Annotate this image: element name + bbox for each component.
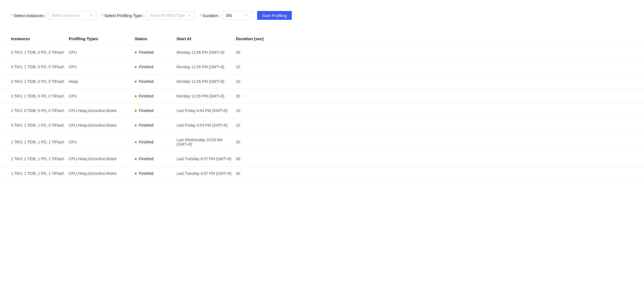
cell-status: Finished [135, 157, 177, 161]
table-row[interactable]: 0 TiKV, 1 TiDB, 1 PD, 0 TiFlashCPU,Heap,… [0, 118, 644, 133]
cell-instances: 0 TiKV, 1 TiDB, 0 PD, 0 TiFlash [11, 79, 69, 84]
cell-duration: 30 [236, 94, 269, 98]
header-instances: Instances [11, 36, 69, 41]
status-dot-icon [135, 95, 137, 97]
duration-field: *Duration : 30s [200, 11, 252, 20]
cell-profiling-types: Heap [69, 79, 135, 84]
start-profiling-button[interactable]: Start Profiling [257, 11, 292, 20]
header-status: Status [135, 36, 177, 41]
header-start-at: Start At [177, 36, 236, 41]
table-row[interactable]: 1 TiKV, 1 TiDB, 1 PD, 1 TiFlashCPU,Heap,… [0, 152, 644, 166]
status-dot-icon [135, 66, 137, 68]
table-row[interactable]: 0 TiKV, 1 TiDB, 0 PD, 0 TiFlashHeapFinis… [0, 74, 644, 89]
cell-profiling-types: CPU,Heap,Goroutine,Mutex [69, 108, 135, 113]
cell-duration: 30 [236, 50, 269, 54]
cell-profiling-types: CPU [69, 94, 135, 98]
cell-duration: 10 [236, 108, 269, 113]
cell-instances: 1 TiKV, 0 TiDB, 0 PD, 0 TiFlash [11, 108, 69, 113]
status-dot-icon [135, 141, 137, 143]
profiling-type-select[interactable]: Select Profiling Type [146, 11, 194, 20]
status-text: Finished [139, 79, 153, 84]
status-dot-icon [135, 173, 137, 174]
instances-select[interactable]: Select Instances [48, 11, 96, 20]
cell-duration: 30 [236, 140, 269, 144]
cell-instances: 1 TiKV, 1 TiDB, 1 PD, 1 TiFlash [11, 171, 69, 176]
status-dot-icon [135, 51, 137, 53]
status-dot-icon [135, 110, 137, 112]
cell-start-at: Last Wednesday 10:53 AM (GMT+8) [177, 138, 236, 146]
cell-start-at: Monday 11:05 PM (GMT+8) [177, 65, 236, 69]
cell-status: Finished [135, 50, 177, 54]
cell-status: Finished [135, 123, 177, 127]
chevron-down-icon [245, 14, 248, 17]
status-dot-icon [135, 158, 137, 160]
instances-placeholder: Select Instances [51, 13, 80, 18]
cell-instances: 0 TiKV, 1 TiDB, 0 PD, 0 TiFlash [11, 50, 69, 54]
profiling-type-placeholder: Select Profiling Type [150, 13, 185, 18]
cell-profiling-types: CPU [69, 65, 135, 69]
status-text: Finished [139, 140, 153, 144]
cell-start-at: Last Tuesday 6:07 PM (GMT+8) [177, 157, 236, 161]
table-body: 0 TiKV, 1 TiDB, 0 PD, 0 TiFlashCPUFinish… [0, 45, 644, 181]
status-text: Finished [139, 108, 153, 113]
cell-duration: 10 [236, 65, 269, 69]
cell-start-at: Last Friday 4:54 PM (GMT+8) [177, 108, 236, 113]
table-header: Instances Profiling Types Status Start A… [0, 36, 644, 45]
profiling-history-table: Instances Profiling Types Status Start A… [0, 36, 644, 181]
cell-profiling-types: CPU,Heap,Goroutine,Mutex [69, 171, 135, 176]
cell-instances: 1 TiKV, 1 TiDB, 1 PD, 1 TiFlash [11, 140, 69, 144]
table-row[interactable]: 1 TiKV, 0 TiDB, 0 PD, 0 TiFlashCPU,Heap,… [0, 103, 644, 118]
status-text: Finished [139, 94, 153, 98]
cell-duration: 30 [236, 157, 269, 161]
status-text: Finished [139, 50, 153, 54]
cell-status: Finished [135, 108, 177, 113]
header-profiling-types: Profiling Types [69, 36, 135, 41]
cell-instances: 0 TiKV, 1 TiDB, 0 PD, 0 TiFlash [11, 94, 69, 98]
instances-field: *Select instances : Select Instances [11, 11, 96, 20]
status-text: Finished [139, 157, 153, 161]
cell-start-at: Last Tuesday 4:57 PM (GMT+8) [177, 171, 236, 176]
cell-instances: 0 TiKV, 1 TiDB, 1 PD, 0 TiFlash [11, 123, 69, 127]
instances-label: *Select instances : [11, 13, 46, 18]
cell-profiling-types: CPU,Heap,Goroutine,Mutex [69, 123, 135, 127]
cell-start-at: Last Friday 4:54 PM (GMT+8) [177, 123, 236, 127]
cell-status: Finished [135, 171, 177, 176]
status-text: Finished [139, 123, 153, 127]
profiling-form: *Select instances : Select Instances *Se… [0, 11, 644, 20]
cell-profiling-types: CPU,Heap,Goroutine,Mutex [69, 157, 135, 161]
table-row[interactable]: 1 TiKV, 1 TiDB, 1 PD, 1 TiFlashCPU,Heap,… [0, 166, 644, 181]
cell-instances: 1 TiKV, 1 TiDB, 1 PD, 1 TiFlash [11, 157, 69, 161]
profiling-type-field: *Select Profiling Type : Select Profilin… [102, 11, 194, 20]
status-text: Finished [139, 171, 153, 176]
cell-status: Finished [135, 140, 177, 144]
duration-label: *Duration : [200, 13, 221, 18]
cell-start-at: Monday 11:05 PM (GMT+8) [177, 79, 236, 84]
chevron-down-icon [90, 14, 93, 17]
cell-start-at: Monday 11:05 PM (GMT+8) [177, 94, 236, 98]
table-row[interactable]: 0 TiKV, 1 TiDB, 0 PD, 0 TiFlashCPUFinish… [0, 60, 644, 74]
status-text: Finished [139, 65, 153, 69]
cell-status: Finished [135, 79, 177, 84]
cell-instances: 0 TiKV, 1 TiDB, 0 PD, 0 TiFlash [11, 65, 69, 69]
duration-value: 30s [226, 13, 232, 18]
profiling-type-label: *Select Profiling Type : [102, 13, 144, 18]
cell-profiling-types: CPU [69, 140, 135, 144]
table-row[interactable]: 0 TiKV, 1 TiDB, 0 PD, 0 TiFlashCPUFinish… [0, 89, 644, 103]
table-row[interactable]: 0 TiKV, 1 TiDB, 0 PD, 0 TiFlashCPUFinish… [0, 45, 644, 60]
duration-select[interactable]: 30s [223, 11, 252, 20]
header-duration: Duration (sec) [236, 36, 269, 41]
cell-duration: 10 [236, 123, 269, 127]
cell-duration: 10 [236, 79, 269, 84]
table-row[interactable]: 1 TiKV, 1 TiDB, 1 PD, 1 TiFlashCPUFinish… [0, 133, 644, 152]
status-dot-icon [135, 81, 137, 83]
cell-status: Finished [135, 94, 177, 98]
cell-profiling-types: CPU [69, 50, 135, 54]
chevron-down-icon [188, 14, 191, 17]
status-dot-icon [135, 124, 137, 126]
cell-start-at: Monday 11:06 PM (GMT+8) [177, 50, 236, 54]
cell-status: Finished [135, 65, 177, 69]
cell-duration: 30 [236, 171, 269, 176]
